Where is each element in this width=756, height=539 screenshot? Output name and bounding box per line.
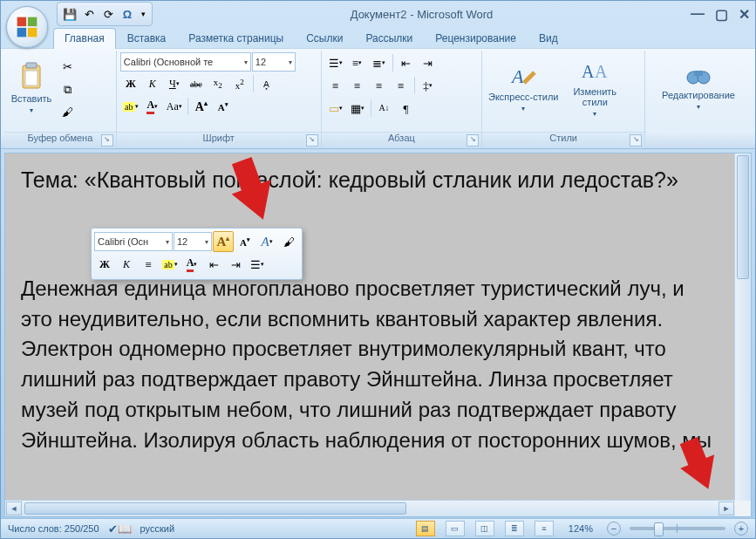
title-bar: 💾 ↶ ⟳ Ω ▾ Документ2 - Microsoft Word — ▢… <box>1 1 755 27</box>
ribbon: Вставить▾ ✂ ⧉ 🖌 Буфер обмена↘ Calibri (О… <box>1 48 755 149</box>
font-launcher[interactable]: ↘ <box>306 134 318 147</box>
line-spacing-button[interactable]: ‡▾ <box>418 75 439 96</box>
multilevel-button[interactable]: ≣▾ <box>369 52 390 73</box>
quick-styles-button[interactable]: A Экспресс-стили▾ <box>486 52 561 120</box>
undo-icon: ↶ <box>85 9 94 20</box>
zoom-out-button[interactable]: − <box>607 522 621 536</box>
font-family-combo[interactable]: Calibri (Основной те▾ <box>120 52 251 72</box>
align-right-button[interactable]: ≡ <box>369 75 390 96</box>
fullscreen-view[interactable]: ▭ <box>446 521 465 536</box>
superscript-button[interactable]: x2 <box>229 73 250 94</box>
tab-home[interactable]: Главная <box>53 28 116 49</box>
align-left-button[interactable]: ≡ <box>325 75 346 96</box>
vertical-scrollbar[interactable] <box>734 154 751 501</box>
strikethrough-button[interactable]: abc <box>186 73 207 94</box>
close-button[interactable]: ✕ <box>739 6 750 23</box>
styles-launcher[interactable]: ↘ <box>630 134 642 147</box>
font-color-button[interactable]: A▾ <box>142 96 163 117</box>
tab-view[interactable]: Вид <box>528 28 569 49</box>
subscript-button[interactable]: x2 <box>208 73 228 94</box>
outline-view[interactable]: ≣ <box>505 521 524 536</box>
tab-review[interactable]: Рецензирование <box>424 28 528 49</box>
paste-button[interactable]: Вставить▾ <box>8 52 55 120</box>
underline-button[interactable]: Ч▾ <box>164 73 185 94</box>
format-painter-button[interactable]: 🖌 <box>57 101 78 122</box>
save-button[interactable]: 💾 <box>61 6 78 22</box>
show-marks-button[interactable]: ¶ <box>396 98 417 119</box>
document-content: Тема: «Квантовый пограслой: кедровый стл… <box>5 154 735 501</box>
inc-indent-button[interactable]: ⇥ <box>418 52 439 73</box>
mini-bullets-button[interactable]: ☰▾ <box>247 254 268 275</box>
tab-insert[interactable]: Вставка <box>116 28 178 49</box>
zoom-slider-thumb[interactable] <box>654 522 664 536</box>
proofing-button[interactable]: ✔📖 <box>108 523 132 535</box>
borders-button[interactable]: ▦▾ <box>347 98 368 119</box>
shrink-font-icon: A▾ <box>240 236 250 248</box>
mini-font-color-button[interactable]: A▾ <box>181 254 202 275</box>
align-left-icon: ≡ <box>332 80 338 92</box>
qat-more-button[interactable]: ▾ <box>138 6 148 22</box>
justify-button[interactable]: ≡ <box>391 75 412 96</box>
font-size-combo[interactable]: 12▾ <box>252 52 296 72</box>
cut-button[interactable]: ✂ <box>57 56 78 77</box>
mini-center-button[interactable]: ≡ <box>138 254 159 275</box>
align-center-button[interactable]: ≡ <box>347 75 368 96</box>
mini-italic-button[interactable]: К <box>116 254 137 275</box>
mini-format-painter[interactable]: 🖌 <box>278 231 299 252</box>
mini-grow-font-button[interactable]: A▴ <box>213 231 234 252</box>
mini-shrink-font-button[interactable]: A▾ <box>235 231 255 252</box>
dec-indent-button[interactable]: ⇤ <box>396 52 417 73</box>
tab-references[interactable]: Ссылки <box>295 28 354 49</box>
bold-button[interactable]: Ж <box>120 73 141 94</box>
language-button[interactable]: русский <box>140 523 174 534</box>
web-layout-view[interactable]: ◫ <box>475 521 494 536</box>
symbol-button[interactable]: Ω <box>119 6 136 22</box>
change-styles-button[interactable]: AA Изменить стили▾ <box>562 52 627 120</box>
draft-view[interactable]: ≡ <box>535 521 554 536</box>
change-case-button[interactable]: Aa▾ <box>164 96 185 117</box>
word-count[interactable]: Число слов: 250/250 <box>8 523 99 534</box>
mini-inc-indent-button[interactable]: ⇥ <box>225 254 246 275</box>
tab-layout[interactable]: Разметка страницы <box>177 28 295 49</box>
zoom-level[interactable]: 124% <box>569 523 593 534</box>
maximize-button[interactable]: ▢ <box>715 6 728 23</box>
horizontal-scrollbar[interactable]: ◄ ► <box>5 500 735 516</box>
highlight-button[interactable]: ab▾ <box>120 96 141 117</box>
grow-font-button[interactable]: A▴ <box>191 96 212 117</box>
bullets-button[interactable]: ☰▾ <box>325 52 346 73</box>
clipboard-launcher[interactable]: ↘ <box>101 134 113 147</box>
mini-styles-button[interactable]: A▾ <box>256 231 277 252</box>
shrink-font-button[interactable]: A▾ <box>213 96 234 117</box>
numbering-button[interactable]: ≡▾ <box>347 52 368 73</box>
paragraph-launcher[interactable]: ↘ <box>467 134 479 147</box>
mini-highlight-button[interactable]: ab▾ <box>160 254 180 275</box>
mini-font-family[interactable]: Calibri (Осн▾ <box>94 232 173 251</box>
change-styles-icon: AA <box>580 58 610 85</box>
hscroll-right[interactable]: ► <box>719 501 734 515</box>
mini-font-size[interactable]: 12▾ <box>174 232 212 251</box>
web-icon: ◫ <box>480 524 488 533</box>
mini-toolbar: Calibri (Осн▾ 12▾ A▴ A▾ A▾ 🖌 Ж К ≡ ab▾ A… <box>91 228 303 280</box>
italic-button[interactable]: К <box>142 73 163 94</box>
copy-button[interactable]: ⧉ <box>57 78 78 99</box>
hscroll-track[interactable] <box>24 502 716 515</box>
tab-mailings[interactable]: Рассылки <box>354 28 424 49</box>
office-button[interactable] <box>6 6 48 48</box>
editing-button[interactable]: Редактирование▾ <box>649 52 748 120</box>
vscroll-thumb[interactable] <box>737 155 749 279</box>
mini-bold-button[interactable]: Ж <box>94 254 115 275</box>
hscroll-left[interactable]: ◄ <box>6 501 22 515</box>
clear-format-button[interactable]: A͓ <box>256 73 277 94</box>
zoom-in-button[interactable]: + <box>734 522 748 536</box>
document-viewport[interactable]: Тема: «Квантовый пограслой: кедровый стл… <box>5 154 735 501</box>
hscroll-thumb[interactable] <box>24 502 406 515</box>
print-layout-view[interactable]: ▤ <box>416 521 435 536</box>
chevron-down-icon: ▾ <box>141 10 146 18</box>
repeat-button[interactable]: ⟳ <box>99 6 117 22</box>
sort-button[interactable]: A↓ <box>374 98 395 119</box>
minimize-button[interactable]: — <box>691 6 705 23</box>
zoom-slider[interactable] <box>630 527 725 530</box>
shading-button[interactable]: ▭▾ <box>325 98 346 119</box>
undo-button[interactable]: ↶ <box>80 6 98 22</box>
mini-dec-indent-button[interactable]: ⇤ <box>203 254 224 275</box>
